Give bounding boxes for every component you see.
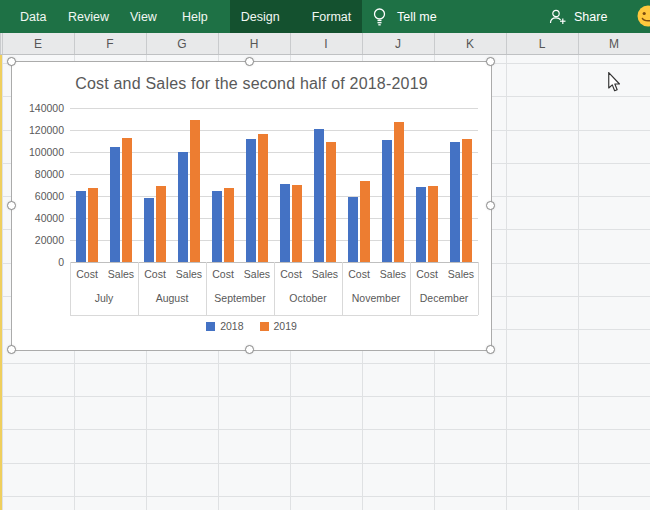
y-axis-label-0[interactable]: 0 xyxy=(12,256,64,268)
bar-2019-august-sales[interactable] xyxy=(190,120,200,262)
bar-2019-august-cost[interactable] xyxy=(156,186,166,262)
ribbon-tab-design[interactable]: Design xyxy=(241,10,280,24)
bar-2019-november-cost[interactable] xyxy=(360,181,370,262)
ribbon-tab-data[interactable]: Data xyxy=(20,0,46,33)
bar-2018-december-sales[interactable] xyxy=(450,142,460,262)
x-axis-sublabel-july-sales[interactable]: Sales xyxy=(104,268,138,280)
x-axis-sublabel-december-cost[interactable]: Cost xyxy=(410,268,444,280)
selection-handle-bottom-left[interactable] xyxy=(7,345,16,354)
column-header-K[interactable]: K xyxy=(434,33,506,55)
category-separator xyxy=(478,262,479,315)
bar-2019-july-sales[interactable] xyxy=(122,138,132,262)
feedback-smiley-icon[interactable] xyxy=(637,5,650,27)
x-axis-sublabel-august-cost[interactable]: Cost xyxy=(138,268,172,280)
bar-2018-october-cost[interactable] xyxy=(280,184,290,262)
bar-2018-october-sales[interactable] xyxy=(314,129,324,262)
x-axis-sublabel-october-sales[interactable]: Sales xyxy=(308,268,342,280)
x-axis-month-label-december[interactable]: December xyxy=(410,292,478,304)
share-label: Share xyxy=(574,10,607,24)
selection-handle-top-center[interactable] xyxy=(245,57,254,66)
selection-handle-top-left[interactable] xyxy=(7,57,16,66)
ribbon-tab-help[interactable]: Help xyxy=(182,0,208,33)
legend-label-2019: 2019 xyxy=(274,320,297,332)
y-axis-label-60000[interactable]: 60000 xyxy=(12,190,64,202)
bar-2019-october-cost[interactable] xyxy=(292,185,302,262)
ribbon-tab-format[interactable]: Format xyxy=(312,10,352,24)
category-area-bottom-line xyxy=(70,315,478,316)
legend-item-2019[interactable]: 2019 xyxy=(260,320,297,332)
bar-2019-october-sales[interactable] xyxy=(326,142,336,262)
x-axis-month-label-august[interactable]: August xyxy=(138,292,206,304)
column-header-M[interactable]: M xyxy=(578,33,650,55)
legend-swatch-2018 xyxy=(206,322,215,331)
column-header-G[interactable]: G xyxy=(146,33,218,55)
bar-2018-august-sales[interactable] xyxy=(178,152,188,262)
ribbon-tab-review[interactable]: Review xyxy=(68,0,109,33)
column-header-I[interactable]: I xyxy=(290,33,362,55)
x-axis-month-label-september[interactable]: September xyxy=(206,292,274,304)
bar-2018-september-sales[interactable] xyxy=(246,139,256,262)
x-axis-month-label-july[interactable]: July xyxy=(70,292,138,304)
column-header-J[interactable]: J xyxy=(362,33,434,55)
bar-2019-november-sales[interactable] xyxy=(394,122,404,262)
column-header-L[interactable]: L xyxy=(506,33,578,55)
x-axis-sublabel-august-sales[interactable]: Sales xyxy=(172,268,206,280)
lightbulb-icon xyxy=(372,7,387,26)
bar-2019-december-cost[interactable] xyxy=(428,186,438,262)
x-axis-sublabel-november-cost[interactable]: Cost xyxy=(342,268,376,280)
bar-2019-december-sales[interactable] xyxy=(462,139,472,262)
y-axis-label-120000[interactable]: 120000 xyxy=(12,124,64,136)
x-axis-sublabel-july-cost[interactable]: Cost xyxy=(70,268,104,280)
bar-2019-september-sales[interactable] xyxy=(258,134,268,262)
category-separator xyxy=(70,262,71,315)
chart-legend[interactable]: 20182019 xyxy=(12,320,491,332)
y-axis-label-80000[interactable]: 80000 xyxy=(12,168,64,180)
bar-2019-july-cost[interactable] xyxy=(88,188,98,262)
selection-handle-bottom-right[interactable] xyxy=(486,345,495,354)
x-axis-sublabel-december-sales[interactable]: Sales xyxy=(444,268,478,280)
bar-2018-july-sales[interactable] xyxy=(110,147,120,263)
selection-handle-top-right[interactable] xyxy=(486,57,495,66)
bar-2018-july-cost[interactable] xyxy=(76,191,86,263)
x-axis-sublabel-october-cost[interactable]: Cost xyxy=(274,268,308,280)
y-axis-label-100000[interactable]: 100000 xyxy=(12,146,64,158)
chart-title[interactable]: Cost and Sales for the second half of 20… xyxy=(12,75,491,93)
share-button[interactable]: Share xyxy=(549,0,607,33)
tell-me-button[interactable]: Tell me xyxy=(372,0,437,33)
chart-container[interactable]: Cost and Sales for the second half of 20… xyxy=(12,62,491,350)
y-axis-label-140000[interactable]: 140000 xyxy=(12,102,64,114)
bar-2018-november-cost[interactable] xyxy=(348,197,358,262)
x-axis-sublabel-september-cost[interactable]: Cost xyxy=(206,268,240,280)
legend-swatch-2019 xyxy=(260,322,269,331)
chart-tools-contextual-group: DesignFormat xyxy=(230,0,362,33)
mouse-cursor xyxy=(607,72,621,92)
y-axis-label-40000[interactable]: 40000 xyxy=(12,212,64,224)
category-separator xyxy=(274,262,275,315)
x-axis-sublabel-september-sales[interactable]: Sales xyxy=(240,268,274,280)
selection-handle-middle-left[interactable] xyxy=(7,201,16,210)
legend-label-2018: 2018 xyxy=(220,320,243,332)
share-person-icon xyxy=(549,8,567,25)
gridline-120000 xyxy=(70,130,478,131)
selection-handle-middle-right[interactable] xyxy=(486,201,495,210)
bar-2018-september-cost[interactable] xyxy=(212,191,222,263)
selection-handle-bottom-center[interactable] xyxy=(245,345,254,354)
column-header-E[interactable]: E xyxy=(2,33,74,55)
y-axis-label-20000[interactable]: 20000 xyxy=(12,234,64,246)
category-separator xyxy=(138,262,139,315)
category-separator xyxy=(206,262,207,315)
bar-2018-august-cost[interactable] xyxy=(144,198,154,262)
category-separator xyxy=(410,262,411,315)
ribbon-tab-view[interactable]: View xyxy=(130,0,157,33)
excel-window: DataReviewViewHelp DesignFormat Tell me … xyxy=(0,0,650,510)
bar-2018-december-cost[interactable] xyxy=(416,187,426,262)
x-axis-sublabel-november-sales[interactable]: Sales xyxy=(376,268,410,280)
bar-2018-november-sales[interactable] xyxy=(382,140,392,262)
x-axis-month-label-november[interactable]: November xyxy=(342,292,410,304)
column-header-F[interactable]: F xyxy=(74,33,146,55)
column-header-H[interactable]: H xyxy=(218,33,290,55)
x-axis-month-label-october[interactable]: October xyxy=(274,292,342,304)
category-separator xyxy=(342,262,343,315)
legend-item-2018[interactable]: 2018 xyxy=(206,320,243,332)
bar-2019-september-cost[interactable] xyxy=(224,188,234,262)
